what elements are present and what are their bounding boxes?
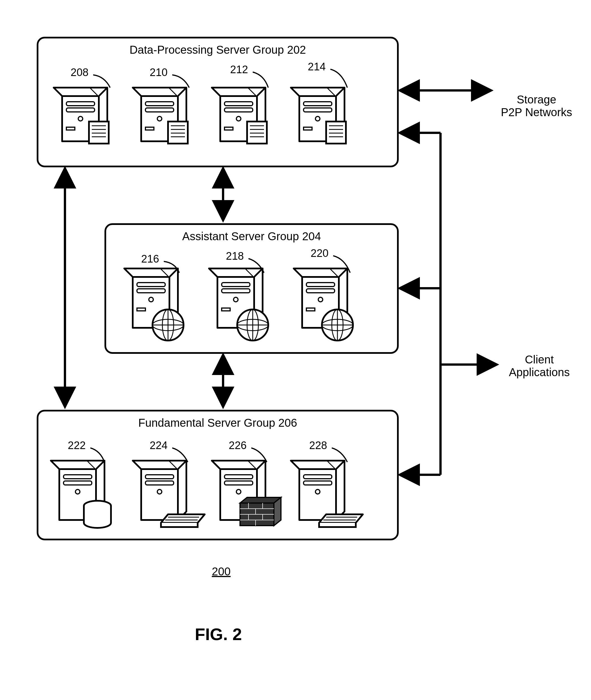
server-ref-218: 218 [226, 250, 244, 262]
server-ref-212: 212 [230, 64, 248, 76]
server-ref-210: 210 [150, 66, 168, 78]
server-ref-224: 224 [150, 440, 168, 452]
storage-p2p-label: Storage P2P Networks [497, 93, 576, 119]
server-ref-208: 208 [71, 66, 88, 78]
server-ref-216: 216 [141, 253, 159, 265]
server-ref-220: 220 [311, 247, 328, 259]
data-processing-group-title: Data-Processing Server Group 202 [39, 44, 397, 56]
diagram-canvas: Data-Processing Server Group 202 Assista… [0, 0, 591, 700]
fundamental-group-title: Fundamental Server Group 206 [39, 417, 397, 429]
fundamental-group-box: Fundamental Server Group 206 [37, 410, 399, 540]
data-processing-group-box: Data-Processing Server Group 202 [37, 37, 399, 167]
assistant-group-box: Assistant Server Group 204 [105, 223, 399, 354]
server-ref-228: 228 [309, 440, 327, 452]
server-ref-222: 222 [68, 440, 85, 452]
client-apps-label: Client Applications [503, 353, 576, 379]
server-ref-214: 214 [308, 61, 326, 73]
system-ref-number: 200 [212, 565, 231, 578]
assistant-group-title: Assistant Server Group 204 [106, 230, 397, 243]
server-ref-226: 226 [229, 440, 247, 452]
figure-caption: FIG. 2 [195, 625, 242, 644]
